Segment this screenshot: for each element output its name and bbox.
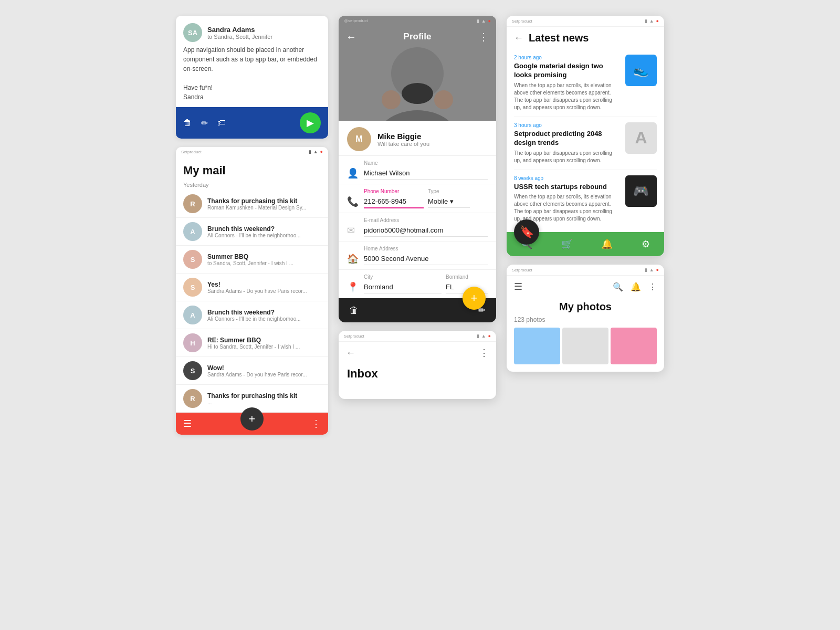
photo-thumb-1[interactable] — [562, 328, 608, 364]
profile-bg: @setproduct ▮ ▲ ● ← Profile ⋮ — [339, 16, 496, 121]
inbox-more-icon[interactable]: ⋮ — [479, 347, 489, 359]
photos-status-bar: Setproduct ▮ ▲ ● — [507, 265, 664, 276]
home-icon: 🏠 — [347, 246, 358, 265]
location-icon: 📍 — [347, 274, 358, 293]
edit-icon[interactable]: ✏ — [201, 118, 208, 128]
mail-preview-2: to Sandra, Scott, Jennifer - I wish I ..… — [207, 260, 293, 266]
profile-fab-button[interactable]: + — [463, 287, 486, 310]
news-thumb-0: 👟 — [625, 55, 657, 86]
city-label: City — [364, 274, 442, 280]
email-action-bar: 🗑 ✏ 🏷 ▶ — [176, 107, 328, 139]
news-wifi: ▲ — [649, 18, 654, 24]
news-headline-2: USSR tech startups rebound — [514, 183, 620, 192]
news-brand: Setproduct — [512, 19, 532, 24]
mail-item-2[interactable]: S Summer BBQ to Sandra, Scott, Jennifer … — [176, 246, 328, 274]
mail-item-1[interactable]: A Brunch this weekend? Ali Connors - I'l… — [176, 218, 328, 246]
phone-icon: 📞 — [347, 188, 358, 207]
news-text-0: 2 hours ago Google material design two l… — [514, 55, 620, 111]
email-body: App navigation should be placed in anoth… — [176, 45, 328, 107]
send-icon: ▶ — [307, 117, 314, 129]
photo-thumb-2[interactable] — [611, 328, 657, 364]
mail-item-3[interactable]: S Yes! Sandra Adams - Do you have Paris … — [176, 274, 328, 301]
mail-item-6[interactable]: S Wow! Sandra Adams - Do you have Paris … — [176, 357, 328, 385]
news-bell-icon[interactable]: 🔔 — [601, 238, 613, 250]
news-cart-icon[interactable]: 🛒 — [561, 238, 573, 250]
add-fab-icon: + — [471, 291, 478, 305]
type-field: Type Mobile ▾ — [428, 188, 488, 208]
profile-status-icons: ▮ ▲ ● — [477, 18, 491, 24]
mail-item-5[interactable]: H RE: Summer BBQ Hi to Sandra, Scott, Je… — [176, 329, 328, 357]
mail-subject-5: RE: Summer BBQ — [207, 337, 300, 344]
mail-content-2: Summer BBQ to Sandra, Scott, Jennifer - … — [207, 253, 293, 266]
delete-icon[interactable]: 🗑 — [183, 118, 192, 128]
email-input[interactable] — [364, 224, 488, 237]
profile-user-subtitle: Will take care of you — [377, 141, 429, 147]
svg-point-4 — [382, 90, 401, 109]
mail-content-0: Thanks for purchasing this kit Roman Kam… — [207, 197, 306, 211]
email-header: SA Sandra Adams to Sandra, Scott, Jennif… — [176, 16, 328, 45]
profile-brand: @setproduct — [344, 18, 368, 24]
profile-avatar: M — [347, 127, 371, 151]
label-icon[interactable]: 🏷 — [217, 118, 226, 128]
mail-preview-6: Sandra Adams - Do you have Paris recor..… — [207, 372, 307, 377]
news-thumb-1: A — [625, 122, 657, 154]
photos-card: Setproduct ▮ ▲ ● ☰ 🔍 🔔 ⋮ My photos 123 p… — [507, 265, 664, 372]
mail-avatar-7: R — [183, 389, 202, 408]
type-label: Type — [428, 188, 488, 194]
mail-item-4[interactable]: A Brunch this weekend? Ali Connors - I'l… — [176, 301, 328, 329]
my-mail-card: Setproduct ▮ ▲ ● My mail Yesterday R Tha… — [176, 147, 328, 435]
mail-content-5: RE: Summer BBQ Hi to Sandra, Scott, Jenn… — [207, 337, 300, 350]
signal-icon: ● — [320, 149, 323, 154]
more-vert-icon[interactable]: ⋮ — [478, 30, 489, 43]
mail-subject-2: Summer BBQ — [207, 253, 293, 260]
photos-search-icon[interactable]: 🔍 — [613, 282, 623, 292]
inbox-back-arrow[interactable]: ← — [346, 348, 355, 359]
mail-item-0[interactable]: R Thanks for purchasing this kit Roman K… — [176, 190, 328, 218]
inbox-wifi: ▲ — [481, 333, 486, 339]
photos-grid — [507, 328, 664, 372]
mail-avatar-0: R — [183, 194, 202, 213]
address-input[interactable] — [364, 253, 488, 265]
email-field: E-mail Address — [364, 217, 488, 237]
profile-battery: ▮ — [477, 18, 479, 24]
send-button[interactable]: ▶ — [300, 112, 321, 133]
back-arrow-icon[interactable]: ← — [346, 31, 356, 43]
delete-bottom-icon[interactable]: 🗑 — [349, 305, 359, 316]
mail-subject-4: Brunch this weekend? — [207, 309, 301, 316]
phone-field-row: 📞 Phone Number Type Mobile ▾ — [339, 184, 496, 213]
add-fab-button[interactable]: + — [240, 407, 264, 430]
photos-menu-icon[interactable]: ☰ — [514, 281, 522, 292]
name-input[interactable] — [364, 167, 488, 180]
add-icon: + — [249, 412, 256, 426]
phone-input[interactable] — [364, 195, 424, 208]
mail-avatar-4: A — [183, 306, 202, 324]
news-settings-icon[interactable]: ⚙ — [642, 238, 650, 250]
profile-bottom-bar: 🗑 ✏ + — [339, 298, 496, 322]
photos-bell-icon[interactable]: 🔔 — [631, 282, 641, 292]
news-time-1: 3 hours ago — [514, 122, 620, 128]
inbox-brand: Setproduct — [344, 334, 364, 339]
profile-nav: ← Profile ⋮ — [339, 25, 496, 48]
email-label: E-mail Address — [364, 217, 488, 223]
photo-thumb-0[interactable] — [514, 328, 560, 364]
inbox-status-icons: ▮ ▲ ● — [477, 333, 491, 339]
svg-point-5 — [434, 90, 453, 109]
news-back-icon[interactable]: ← — [514, 33, 523, 44]
mail-content-1: Brunch this weekend? Ali Connors - I'll … — [207, 225, 301, 238]
photos-title: My photos — [507, 298, 664, 316]
mail-section-label: Yesterday — [176, 177, 328, 190]
menu-icon[interactable]: ☰ — [183, 418, 192, 429]
svg-point-3 — [402, 83, 433, 104]
name-label: Name — [364, 160, 488, 166]
inbox-nav-bar: ← ⋮ — [339, 342, 496, 364]
address-label: Home Address — [364, 246, 488, 251]
news-battery: ▮ — [645, 18, 647, 24]
inbox-card: Setproduct ▮ ▲ ● ← ⋮ Inbox — [339, 331, 496, 399]
mail-preview-3: Sandra Adams - Do you have Paris recor..… — [207, 288, 307, 294]
more-icon[interactable]: ⋮ — [311, 418, 321, 429]
news-item-2: 8 weeks ago USSR tech startups rebound W… — [514, 170, 657, 228]
city-input[interactable] — [364, 281, 442, 293]
mail-subject-7: Thanks for purchasing this kit — [207, 392, 297, 400]
type-select[interactable]: Mobile ▾ — [428, 195, 470, 208]
photos-more-icon[interactable]: ⋮ — [648, 282, 657, 292]
